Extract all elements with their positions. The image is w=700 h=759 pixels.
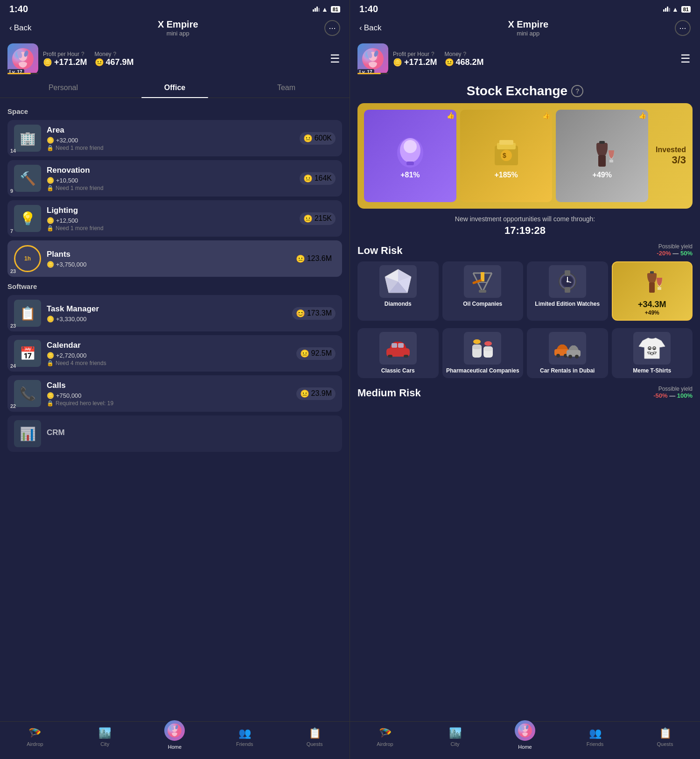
invest-meme[interactable]: Meme T-Shirts: [612, 328, 693, 379]
nav-quests-left[interactable]: 📋 Quests: [280, 725, 350, 752]
header-center-right: X Empire mini app: [508, 19, 548, 37]
svg-point-14: [404, 140, 417, 153]
menu-icon-left[interactable]: ☰: [328, 50, 342, 67]
nav-airdrop-left[interactable]: 🪂 Airdrop: [0, 725, 70, 752]
invest-pharma[interactable]: Pharmaceutical Companies: [442, 328, 524, 379]
task-coin: 🪙: [47, 316, 54, 323]
card-calendar[interactable]: 24 📅 Calendar 🪙 +2,720,000 🔒 Need 4 more…: [7, 335, 342, 372]
section-space: Space: [7, 107, 342, 115]
svg-rect-43: [649, 282, 655, 293]
area-cost-coin: 😐: [303, 134, 313, 143]
nav-home-left[interactable]: Home: [140, 725, 210, 752]
card-lighting-img: 💡: [14, 205, 41, 232]
light-cost-coin: 😐: [303, 214, 313, 223]
profit-help-icon-right: ?: [431, 51, 434, 57]
card-lighting-info: Lighting 🪙 +12,500 🔒 Need 1 more friend: [47, 206, 300, 232]
app-title-right: X Empire: [508, 19, 548, 30]
invest-pct-3: +49%: [593, 171, 612, 179]
cal-cost: 😐 92.5M: [296, 347, 336, 360]
nav-city-left[interactable]: 🏙️ City: [70, 725, 140, 752]
svg-rect-21: [598, 155, 606, 167]
tab-personal[interactable]: Personal: [7, 78, 119, 98]
invest-card-sculpture[interactable]: 👍 +81%: [364, 110, 456, 202]
invest-diamonds[interactable]: Diamonds: [357, 261, 439, 321]
signal-right: [663, 7, 670, 12]
battery-left: 81: [331, 6, 340, 13]
countdown-time: 17:19:28: [357, 225, 693, 237]
invest-wine[interactable]: +34.3M +49%: [612, 261, 693, 321]
invest-meta: Invested 3/3: [656, 146, 686, 166]
card-renovation[interactable]: 9 🔨 Renovation 🪙 +10,500 🔒 Need 1 more f…: [7, 160, 342, 197]
avatar-level-right: Lv. 17: [357, 69, 374, 75]
card-task-manager[interactable]: 23 📋 Task Manager 🪙 +3,330,000 😊 173.3M: [7, 295, 342, 331]
cal-cost-coin: 😐: [300, 349, 309, 358]
more-button-right[interactable]: ···: [675, 20, 691, 36]
nav-home-right[interactable]: Home: [490, 725, 560, 752]
invest-watches[interactable]: Limited Edition Watches: [527, 261, 608, 321]
left-panel: 1:40 ▲ 81 ‹ Back X Empire mini app ···: [0, 0, 350, 759]
invest-oil[interactable]: Oil Companies: [442, 261, 524, 321]
tab-team[interactable]: Team: [231, 78, 342, 98]
reno-coin: 🪙: [47, 177, 54, 184]
svg-rect-47: [404, 355, 408, 358]
svg-point-66: [654, 348, 655, 350]
medium-risk-header: Medium Risk Possible yield -50% — 100%: [357, 386, 693, 399]
invest-grid-row2: Classic Cars Pharmaceutical: [357, 328, 693, 379]
stat-money-left: Money ? 😐 467.9M: [95, 51, 134, 67]
avatar-right: Lv. 17: [357, 43, 388, 74]
area-coin: 🪙: [47, 137, 54, 144]
status-bar-right: 1:40 ▲ 81: [350, 0, 700, 16]
card-crm-info: CRM: [47, 428, 336, 439]
tab-office[interactable]: Office: [119, 78, 231, 98]
card-area[interactable]: 14 🏢 Area 🪙 +32,000 🔒 Need 1 more friend…: [7, 120, 342, 156]
thumb-up-3: 👍: [638, 112, 646, 119]
avatar-level-left: Lv. 17: [7, 69, 24, 75]
header-center-left: X Empire mini app: [158, 19, 198, 37]
profit-help-icon: ?: [81, 51, 84, 57]
card-plants[interactable]: 23 1h Plants 🪙 +3,750,000 😐 123.6M: [7, 240, 342, 277]
back-button-left[interactable]: ‹ Back: [9, 23, 31, 33]
thumb-up-1: 👍: [447, 112, 455, 119]
card-renovation-info: Renovation 🪙 +10,500 🔒 Need 1 more frien…: [47, 166, 300, 191]
app-subtitle-left: mini app: [158, 30, 198, 37]
reno-cost-coin: 😐: [303, 174, 313, 183]
invest-card-gold[interactable]: 👍 $ +185%: [460, 110, 553, 202]
quests-icon-right: 📋: [659, 727, 672, 739]
money-coin-icon: 😐: [95, 58, 104, 67]
nav-airdrop-right[interactable]: 🪂 Airdrop: [350, 725, 420, 752]
invest-card-wine[interactable]: 👍 +49%: [556, 110, 648, 202]
stat-profit-right: Profit per Hour ? 🪙 +171.2M: [393, 51, 437, 67]
light-cost: 😐 215K: [300, 212, 336, 225]
city-icon-right: 🏙️: [449, 727, 462, 739]
cal-coin: 🪙: [47, 352, 54, 359]
right-panel: 1:40 ▲ 81 ‹ Back X Empire mini app ···: [350, 0, 700, 759]
invest-car-rentals[interactable]: Car Rentals in Dubai: [527, 328, 608, 379]
card-calls[interactable]: 22 📞 Calls 🪙 +750,000 🔒 Required hero le…: [7, 375, 342, 412]
task-cost-coin: 😊: [296, 309, 305, 318]
card-calendar-img: 📅: [14, 340, 41, 367]
back-button-right[interactable]: ‹ Back: [359, 23, 381, 33]
profile-row-left: Lv. 17 Profit per Hour ? 🪙 +171.2M Money: [0, 40, 350, 78]
investment-banner: 👍 +81% 👍 $ +185%: [357, 103, 693, 209]
more-button-left[interactable]: ···: [324, 20, 340, 36]
nav-quests-right[interactable]: 📋 Quests: [630, 725, 700, 752]
wine-img: [633, 266, 671, 299]
light-lock-icon: 🔒: [47, 225, 54, 232]
svg-rect-49: [398, 343, 404, 348]
nav-friends-right[interactable]: 👥 Friends: [560, 725, 630, 752]
card-calls-info: Calls 🪙 +750,000 🔒 Required hero level: …: [47, 381, 296, 407]
nav-city-right[interactable]: 🏙️ City: [420, 725, 490, 752]
avatar-left: Lv. 17: [7, 43, 38, 74]
light-coin: 🪙: [47, 217, 54, 224]
menu-icon-right[interactable]: ☰: [679, 50, 693, 67]
card-crm[interactable]: 📊 CRM: [7, 415, 342, 452]
card-lighting[interactable]: 7 💡 Lighting 🪙 +12,500 🔒 Need 1 more fri…: [7, 200, 342, 237]
app-title-left: X Empire: [158, 19, 198, 30]
invest-classic-cars[interactable]: Classic Cars: [357, 328, 439, 379]
plants-cost: 😐 123.6M: [292, 253, 336, 265]
plants-coin: 🪙: [47, 261, 54, 268]
svg-rect-53: [483, 346, 493, 351]
status-bar-left: 1:40 ▲ 81: [0, 0, 350, 16]
area-cost: 😐 600K: [300, 132, 336, 145]
nav-friends-left[interactable]: 👥 Friends: [210, 725, 280, 752]
